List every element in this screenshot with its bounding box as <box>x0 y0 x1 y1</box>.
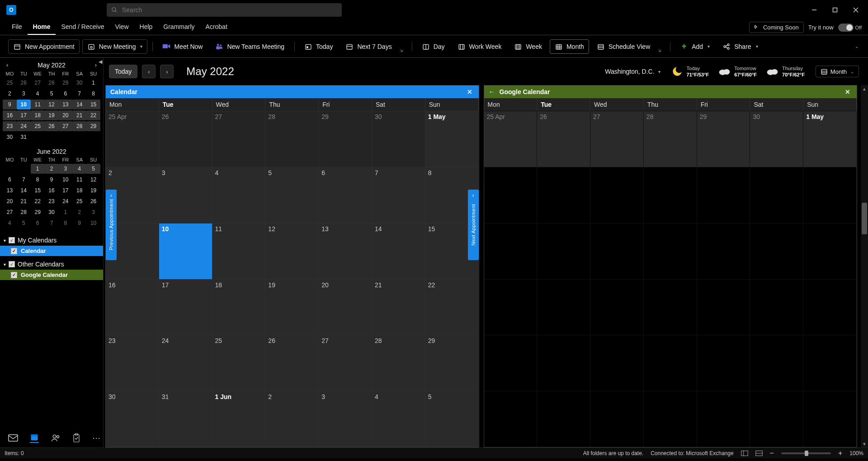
menu-item-grammarly[interactable]: Grammarly <box>158 20 200 35</box>
mini-day[interactable]: 7 <box>45 218 59 228</box>
day-cell[interactable]: 20 <box>319 279 372 335</box>
month-view-button[interactable]: Month <box>550 39 589 54</box>
mini-day[interactable]: 16 <box>45 185 59 195</box>
day-cell[interactable] <box>697 391 750 447</box>
mini-day[interactable]: 28 <box>45 78 59 88</box>
menu-item-view[interactable]: View <box>109 20 134 35</box>
mini-day[interactable]: 10 <box>58 175 72 185</box>
day-cell[interactable] <box>484 391 538 447</box>
day-cell[interactable]: 28 <box>644 111 697 167</box>
day-cell[interactable] <box>803 223 857 279</box>
coming-soon-toggle[interactable] <box>838 24 854 32</box>
day-cell[interactable]: 5 <box>425 391 479 447</box>
mini-day[interactable]: 20 <box>58 110 72 120</box>
try-it-now-link[interactable]: Try it now <box>808 24 834 31</box>
mini-day[interactable]: 26 <box>45 121 59 131</box>
day-cell[interactable]: 28 <box>372 335 425 391</box>
month-grid[interactable]: 25 Apr26272829301 May <box>484 111 857 447</box>
day-cell[interactable]: 4 <box>212 167 266 223</box>
day-cell[interactable] <box>750 279 803 335</box>
mini-day[interactable]: 19 <box>45 110 59 120</box>
view-reading-button[interactable] <box>755 450 763 456</box>
mini-day[interactable]: 21 <box>72 110 86 120</box>
mini-day[interactable]: 27 <box>3 207 17 217</box>
scroll-up-button[interactable]: ▲ <box>861 85 868 92</box>
day-cell[interactable] <box>803 391 857 447</box>
mini-day[interactable]: 15 <box>86 100 100 109</box>
mini-day[interactable]: 8 <box>86 89 100 99</box>
day-cell[interactable] <box>644 335 697 391</box>
mini-day[interactable]: 21 <box>17 196 31 206</box>
more-nav-button[interactable]: ⋯ <box>92 433 100 443</box>
back-arrow-button[interactable]: ← <box>489 88 495 95</box>
mini-calendar-june[interactable]: 1234567891011121314151617181920212223242… <box>0 163 103 231</box>
close-pane-button[interactable]: ✕ <box>465 88 474 95</box>
day-cell[interactable] <box>697 279 750 335</box>
search-input[interactable] <box>121 6 337 14</box>
location-selector[interactable]: Washington, D.C. ▾ <box>605 68 660 75</box>
day-cell[interactable] <box>537 335 590 391</box>
weather-cell[interactable]: Thursday70°F/62°F <box>766 65 805 78</box>
day-cell[interactable]: 26 <box>537 111 590 167</box>
zoom-slider[interactable] <box>781 452 831 454</box>
day-cell[interactable]: 27 <box>212 111 266 167</box>
next-period-button[interactable]: › <box>160 65 174 78</box>
mini-day[interactable]: 17 <box>17 110 31 120</box>
mini-day[interactable]: 15 <box>31 185 45 195</box>
menu-item-acrobat[interactable]: Acrobat <box>200 20 233 35</box>
day-view-button[interactable]: Day <box>417 39 450 54</box>
day-cell[interactable] <box>590 279 644 335</box>
mini-day[interactable]: 29 <box>58 78 72 88</box>
day-cell[interactable]: 21 <box>372 279 425 335</box>
coming-soon-button[interactable]: Coming Soon <box>749 22 804 33</box>
day-cell[interactable]: 6 <box>319 167 372 223</box>
menu-item-send-receive[interactable]: Send / Receive <box>56 20 109 35</box>
mini-day[interactable]: 22 <box>31 196 45 206</box>
new-meeting-button[interactable]: New Meeting ▾ <box>82 39 148 54</box>
mini-day[interactable]: 3 <box>58 164 72 174</box>
day-cell[interactable] <box>644 167 697 223</box>
people-nav-button[interactable] <box>51 433 61 443</box>
vertical-scrollbar[interactable]: ▲ ▼ <box>861 85 868 447</box>
mini-day[interactable]: 2 <box>3 89 17 99</box>
go-today-button[interactable]: Today <box>299 39 338 54</box>
add-calendar-button[interactable]: + Add ▾ <box>675 39 715 54</box>
share-calendar-button[interactable]: Share ▾ <box>717 39 763 54</box>
day-cell[interactable] <box>803 279 857 335</box>
search-box[interactable] <box>107 3 342 17</box>
mini-day[interactable]: 29 <box>31 207 45 217</box>
day-cell[interactable]: 25 <box>212 335 266 391</box>
day-cell[interactable]: 30 <box>750 111 803 167</box>
day-cell[interactable]: 18 <box>212 279 266 335</box>
mini-day[interactable]: 6 <box>58 89 72 99</box>
prev-period-button[interactable]: ‹ <box>142 65 156 78</box>
mini-day[interactable]: 5 <box>17 218 31 228</box>
maximize-button[interactable] <box>825 3 845 17</box>
checkbox-icon[interactable]: ✓ <box>9 237 15 243</box>
mini-day[interactable]: 30 <box>3 132 17 142</box>
day-cell[interactable] <box>803 167 857 223</box>
mini-day[interactable]: 16 <box>3 110 17 120</box>
day-cell[interactable] <box>644 223 697 279</box>
mini-day[interactable]: 4 <box>3 218 17 228</box>
weather-cell[interactable]: Today71°F/53°F <box>671 65 709 78</box>
day-cell[interactable] <box>484 223 538 279</box>
day-cell[interactable]: 1 Jun <box>212 391 266 447</box>
next-7-days-button[interactable]: Next 7 Days <box>340 39 396 54</box>
mini-day[interactable]: 14 <box>72 100 86 109</box>
month-grid[interactable]: 25 Apr26272829301 May2345678910111213141… <box>106 111 479 447</box>
day-cell[interactable]: 22 <box>425 279 479 335</box>
calendar-item-calendar[interactable]: ✓ Calendar <box>0 246 103 256</box>
day-cell[interactable]: 31 <box>159 391 212 447</box>
mini-day[interactable]: 9 <box>45 175 59 185</box>
mini-day[interactable]: 8 <box>31 175 45 185</box>
mini-day[interactable]: 23 <box>45 196 59 206</box>
day-cell[interactable] <box>537 223 590 279</box>
mini-day[interactable]: 10 <box>86 218 100 228</box>
day-cell[interactable]: 19 <box>265 279 319 335</box>
day-cell[interactable]: 14 <box>372 223 425 279</box>
mini-day[interactable]: 17 <box>58 185 72 195</box>
new-appointment-button[interactable]: New Appointment <box>8 39 80 54</box>
mini-day[interactable]: 2 <box>45 164 59 174</box>
day-cell[interactable] <box>697 223 750 279</box>
